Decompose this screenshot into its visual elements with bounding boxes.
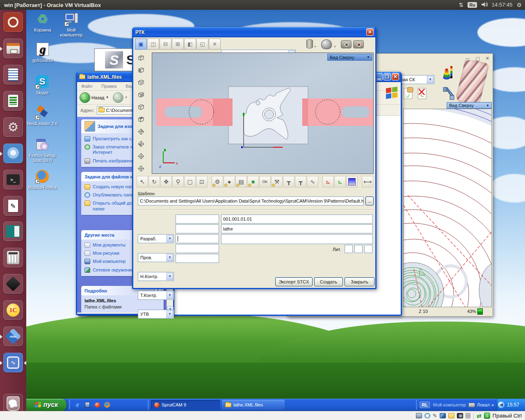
- rtk-view-combo[interactable]: Вид Сверху▼: [327, 54, 372, 61]
- measure-icon[interactable]: ⟷: [362, 176, 373, 187]
- desktop-icon-my-computer[interactable]: ↗ Мой компьютер: [55, 11, 87, 37]
- host-clock[interactable]: 14:57:45: [492, 0, 513, 10]
- show-fixtures-icon[interactable]: ⚒: [271, 176, 283, 187]
- launcher-item-terminal[interactable]: >_: [3, 170, 23, 189]
- desktop-icon-gs916w32[interactable]: g gs916w32: [27, 42, 59, 63]
- close-icon[interactable]: ✕: [392, 73, 399, 80]
- quicklaunch-sprutcam-icon[interactable]: [94, 401, 101, 409]
- sprutcam-view-combo[interactable]: Вид Сверху▼: [447, 102, 492, 109]
- tray-local-text[interactable]: Локал: [477, 402, 490, 407]
- doc-code-input[interactable]: 001.001.01.01: [221, 215, 373, 224]
- role-combo-utv[interactable]: УТВ▼: [138, 310, 174, 319]
- export-stcx-button[interactable]: Экспорт STCX: [275, 277, 313, 286]
- chevron-down-icon[interactable]: ▼: [167, 254, 173, 261]
- menu-edit[interactable]: Правка: [101, 84, 116, 89]
- start-button[interactable]: пуск: [26, 399, 66, 411]
- launcher-item-settings[interactable]: ⚙: [3, 117, 23, 137]
- view-split2h-button[interactable]: ⊟: [160, 39, 171, 50]
- zoom-extents-icon[interactable]: ⊡: [196, 176, 208, 187]
- quicklaunch-firefox-icon[interactable]: [103, 401, 111, 409]
- view-top-icon[interactable]: [136, 77, 146, 88]
- show-tool-icon[interactable]: ┳: [283, 176, 294, 187]
- view-back-icon[interactable]: [136, 65, 146, 75]
- lit-box-3[interactable]: [364, 245, 372, 253]
- lit-box-1[interactable]: [345, 245, 353, 253]
- name-input-utv[interactable]: [176, 254, 219, 263]
- show-holder-icon[interactable]: ┳: [295, 176, 306, 187]
- tray-my-computer-text[interactable]: Мой компьютер: [433, 402, 466, 407]
- pan-icon[interactable]: ✥: [160, 176, 172, 187]
- chevron-down-icon[interactable]: ▼: [167, 310, 173, 318]
- desktop-icon-firefox-setup[interactable]: Firefox Setup Stub 39.0: [26, 137, 58, 163]
- network-activity-icon[interactable]: ⇄: [477, 413, 482, 419]
- chevron-down-icon[interactable]: ▼: [314, 45, 317, 48]
- task-button-sprutcam[interactable]: SprutCAM 9: [151, 400, 220, 410]
- zoom-window-icon[interactable]: ▢: [184, 176, 196, 187]
- launcher-item-writer[interactable]: [3, 65, 23, 84]
- view-iso1-icon[interactable]: [136, 126, 146, 137]
- view-mix2-button[interactable]: ◱: [196, 39, 208, 50]
- view-bottom-icon[interactable]: [136, 89, 146, 100]
- doc-extra-input[interactable]: [221, 234, 373, 244]
- close-icon[interactable]: ✕: [366, 28, 374, 36]
- chevron-down-icon[interactable]: ▼: [427, 76, 434, 83]
- show-toolpath-icon[interactable]: ∿: [307, 176, 318, 187]
- auto-resize-icon[interactable]: ⇩: [484, 413, 490, 419]
- launcher-item-chromium[interactable]: [3, 144, 23, 163]
- desktop-icon-firefox[interactable]: ↗ Mozilla Firefox: [26, 169, 58, 190]
- launcher-item-calculator[interactable]: [3, 248, 23, 267]
- desktop-icon-recycle-bin[interactable]: ♻ Корзина: [27, 11, 59, 32]
- create-button[interactable]: Создать: [314, 277, 343, 286]
- forward-dropdown-icon[interactable]: ▼: [124, 96, 128, 99]
- launcher-item-text-editor[interactable]: ✎: [3, 196, 23, 216]
- maximize-icon[interactable]: ❐: [383, 73, 391, 80]
- usb-icon[interactable]: U: [466, 413, 470, 418]
- launcher-item-trash[interactable]: [3, 394, 23, 413]
- camera-icon[interactable]: [341, 40, 352, 48]
- hdd-icon[interactable]: [416, 413, 422, 418]
- show-part-icon[interactable]: ■: [247, 176, 259, 187]
- name-input-nkontr[interactable]: [176, 234, 219, 243]
- delete-doc-icon[interactable]: [416, 87, 428, 100]
- name-input-tkontr[interactable]: [176, 244, 219, 253]
- view-right-icon[interactable]: [136, 114, 146, 125]
- launcher-item-files[interactable]: [3, 39, 23, 58]
- role-combo-nkontr[interactable]: Н.Контр.▼: [138, 272, 174, 281]
- view-split2-button[interactable]: ◫: [147, 39, 159, 50]
- network-indicator-icon[interactable]: ⇅: [459, 0, 463, 10]
- view-front-icon[interactable]: [136, 52, 146, 63]
- simulation-icon[interactable]: [443, 65, 453, 82]
- workpiece-cylinder-icon[interactable]: [306, 39, 313, 48]
- launcher-item-1c[interactable]: 1С: [3, 300, 23, 320]
- view-mix1-button[interactable]: ◧: [184, 39, 196, 50]
- forward-button-icon[interactable]: →: [113, 92, 123, 103]
- role-combo-tkontr[interactable]: Т.Контр.▼: [138, 291, 174, 300]
- rtk-titlebar[interactable]: РТК ✕: [133, 27, 375, 37]
- network-adapter-icon[interactable]: [440, 413, 446, 418]
- desktop-icon-skype[interactable]: S ↗ Skype: [26, 74, 58, 95]
- back-button-label[interactable]: Назад: [91, 95, 105, 100]
- quicklaunch-ie-icon[interactable]: e: [74, 401, 81, 409]
- launcher-item-dash[interactable]: [3, 12, 23, 32]
- show-machine-icon[interactable]: ⚙: [212, 176, 223, 187]
- show-axes-icon[interactable]: ⊾: [322, 176, 334, 187]
- camera-record-icon[interactable]: [353, 40, 364, 48]
- background-color-button[interactable]: [346, 176, 358, 187]
- back-button-icon[interactable]: ←: [80, 92, 90, 103]
- view-iso4-icon[interactable]: [136, 163, 146, 174]
- name-input-prov[interactable]: [176, 224, 219, 233]
- show-stock-icon[interactable]: ▤: [235, 176, 247, 187]
- hide-icons-button[interactable]: ◀: [498, 402, 504, 408]
- back-dropdown-icon[interactable]: ▼: [106, 96, 109, 99]
- chevron-down-icon[interactable]: ▼: [167, 273, 173, 280]
- keyboard-layout-indicator[interactable]: Ru: [468, 2, 477, 8]
- close-button[interactable]: Закрыть: [345, 277, 374, 286]
- cd-icon[interactable]: [425, 413, 430, 418]
- zoom-icon[interactable]: ⚲: [172, 176, 184, 187]
- interactive-doc-icon[interactable]: [403, 87, 415, 100]
- rtk-viewport[interactable]: Z 6 Вид Сверху▼: [152, 52, 374, 174]
- quicklaunch-desktop-icon[interactable]: [84, 401, 91, 409]
- chevron-down-icon[interactable]: ▼: [333, 45, 336, 48]
- name-input-razrab[interactable]: [176, 215, 219, 224]
- desktop-icon-nestleader[interactable]: ↗ NestLeader 2.6: [26, 105, 58, 126]
